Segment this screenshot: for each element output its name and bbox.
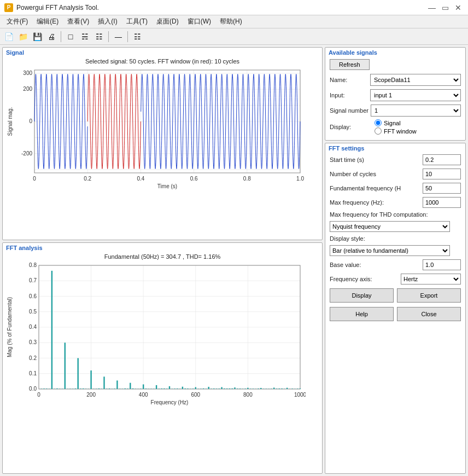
help-button[interactable]: Help xyxy=(330,307,394,321)
radio-fft-window-label: FFT window xyxy=(384,128,417,135)
base-value-label: Base value: xyxy=(330,262,422,268)
title-bar: P Powergui FFT Analysis Tool. — ▭ ✕ xyxy=(0,0,468,15)
available-signals-panel: Available signals Refresh Name: ScopeDat… xyxy=(325,47,466,141)
display-row: Display: Signal FFT window xyxy=(325,118,465,136)
freq-axis-select[interactable]: Hertz xyxy=(401,274,461,285)
freq-axis-label: Frequency axis: xyxy=(330,276,400,282)
menu-tools[interactable]: 工具(T) xyxy=(122,16,152,27)
max-freq-input[interactable] xyxy=(423,197,461,208)
left-panel: Signal Selected signal: 50 cycles. FFT w… xyxy=(2,47,323,474)
base-value-row: Base value: xyxy=(325,258,465,272)
max-freq-row: Max frequency (Hz): xyxy=(325,195,465,210)
name-label: Name: xyxy=(330,77,368,83)
num-cycles-label: Number of cycles xyxy=(330,171,422,177)
app-icon: P xyxy=(4,3,13,12)
toolbar-separator-2 xyxy=(108,31,109,42)
start-time-input[interactable] xyxy=(423,154,461,165)
save-button[interactable]: 💾 xyxy=(31,30,44,43)
tb-btn-6[interactable]: ☵ xyxy=(78,30,91,43)
display-style-select[interactable]: Bar (relative to fundamental) xyxy=(330,245,450,256)
menu-insert[interactable]: 插入(I) xyxy=(93,16,121,27)
radio-signal-input[interactable] xyxy=(375,119,382,126)
thd-label: Max frequency for THD computation: xyxy=(330,211,461,218)
display-style-label: Display style: xyxy=(330,235,461,242)
signal-number-label: Signal number xyxy=(330,107,368,114)
start-time-row: Start time (s) xyxy=(325,153,465,167)
right-panel: Available signals Refresh Name: ScopeDat… xyxy=(325,47,466,474)
close-button[interactable]: ✕ xyxy=(453,2,464,13)
signal-number-row: Signal number 1 xyxy=(325,103,465,118)
fft-settings-panel: FFT settings Start time (s) Number of cy… xyxy=(325,143,466,474)
fund-freq-label: Fundamental frequency (H xyxy=(330,185,422,191)
refresh-button[interactable]: Refresh xyxy=(330,59,370,70)
name-select[interactable]: ScopeData11 xyxy=(370,74,461,86)
display-button[interactable]: Display xyxy=(330,288,394,303)
print-button[interactable]: 🖨 xyxy=(45,30,58,43)
signal-panel: Signal Selected signal: 50 cycles. FFT w… xyxy=(2,47,323,240)
display-style-select-row: Bar (relative to fundamental) xyxy=(325,243,465,258)
radio-signal: Signal xyxy=(375,119,417,126)
max-freq-label: Max frequency (Hz): xyxy=(330,199,422,206)
fft-settings-title: FFT settings xyxy=(325,143,465,153)
fft-plot-title: Fundamental (50Hz) = 304.7 , THD= 1.16% xyxy=(6,253,319,260)
thd-select[interactable]: Nyquist frequency xyxy=(330,221,450,232)
window-controls: — ▭ ✕ xyxy=(426,2,464,13)
menu-view[interactable]: 查看(V) xyxy=(63,16,93,27)
export-button[interactable]: Export xyxy=(397,288,461,303)
display-label: Display: xyxy=(330,124,368,130)
window-title: Powergui FFT Analysis Tool. xyxy=(16,4,426,11)
start-time-label: Start time (s) xyxy=(330,156,422,163)
fft-plot-area: Fundamental (50Hz) = 304.7 , THD= 1.16% xyxy=(3,252,322,411)
num-cycles-row: Number of cycles xyxy=(325,167,465,181)
minimize-button[interactable]: — xyxy=(426,2,437,13)
tb-btn-5[interactable]: □ xyxy=(64,30,77,43)
tb-btn-9[interactable]: ☷ xyxy=(131,30,144,43)
display-radio-group: Signal FFT window xyxy=(370,119,417,135)
available-signals-title: Available signals xyxy=(325,48,465,57)
thd-label-row: Max frequency for THD computation: xyxy=(325,210,465,219)
menu-window[interactable]: 窗口(W) xyxy=(183,16,215,27)
radio-fft-window-input[interactable] xyxy=(375,127,382,135)
fund-freq-input[interactable] xyxy=(423,183,461,194)
tb-btn-7[interactable]: ☷ xyxy=(92,30,106,43)
toolbar-separator-1 xyxy=(61,31,61,42)
toolbar: 📄 📁 💾 🖨 □ ☵ ☷ ⸻ ☷ xyxy=(0,28,468,45)
toolbar-separator-3 xyxy=(127,31,128,42)
signal-canvas xyxy=(6,66,306,191)
input-select[interactable]: input 1 xyxy=(370,89,461,101)
input-row: Input: input 1 xyxy=(325,88,465,103)
radio-signal-label: Signal xyxy=(384,120,401,126)
menu-help[interactable]: 帮助(H) xyxy=(215,16,247,27)
radio-fft-window: FFT window xyxy=(375,127,417,135)
freq-axis-row: Frequency axis: Hertz xyxy=(325,272,465,286)
restore-button[interactable]: ▭ xyxy=(440,2,451,13)
fund-freq-row: Fundamental frequency (H xyxy=(325,181,465,195)
cursor-button[interactable]: ⸻ xyxy=(112,30,125,43)
open-button[interactable]: 📁 xyxy=(16,30,30,43)
base-value-input[interactable] xyxy=(423,259,461,270)
thd-select-row: Nyquist frequency xyxy=(325,219,465,234)
menu-edit[interactable]: 编辑(E) xyxy=(32,16,63,27)
num-cycles-input[interactable] xyxy=(423,169,461,179)
menu-file[interactable]: 文件(F) xyxy=(2,16,32,27)
input-label: Input: xyxy=(330,92,368,98)
main-content: Signal Selected signal: 50 cycles. FFT w… xyxy=(0,45,468,476)
menu-desktop[interactable]: 桌面(D) xyxy=(152,16,183,27)
fft-panel-title: FFT analysis xyxy=(3,243,322,252)
display-style-label-row: Display style: xyxy=(325,234,465,243)
fft-panel: FFT analysis Fundamental (50Hz) = 304.7 … xyxy=(2,242,323,474)
close-button[interactable]: Close xyxy=(397,307,461,321)
menu-bar: 文件(F) 编辑(E) 查看(V) 插入(I) 工具(T) 桌面(D) 窗口(W… xyxy=(0,15,468,28)
new-button[interactable]: 📄 xyxy=(2,30,15,43)
signal-plot-area: Selected signal: 50 cycles. FFT window (… xyxy=(3,57,322,194)
name-row: Name: ScopeData11 xyxy=(325,72,465,88)
fft-canvas xyxy=(6,261,306,409)
signal-number-select[interactable]: 1 xyxy=(371,105,461,117)
help-buttons-row: Help Close xyxy=(325,305,465,323)
signal-panel-title: Signal xyxy=(3,48,322,57)
action-buttons-row: Display Export xyxy=(325,286,465,305)
signal-plot-title: Selected signal: 50 cycles. FFT window (… xyxy=(6,58,319,65)
